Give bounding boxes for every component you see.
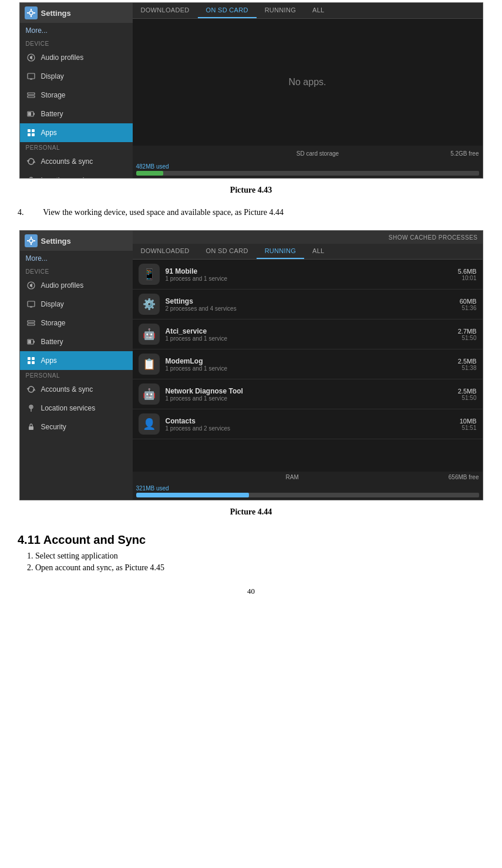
sidebar-item-apps-2[interactable]: Apps [20, 351, 133, 370]
sidebar-item-location-2[interactable]: Location services [20, 399, 133, 418]
main-content-2: SHOW CACHED PROCESSES DOWNLOADED ON SD C… [133, 231, 483, 500]
display-icon [26, 71, 36, 82]
svg-rect-39 [29, 426, 33, 430]
running-item[interactable]: 🤖 Atci_service 1 process and 1 service 2… [133, 319, 483, 349]
running-item-stats: 2.7MB 51:50 [458, 328, 477, 341]
caption-1: Picture 4.43 [0, 181, 502, 203]
svg-point-0 [29, 11, 33, 15]
sidebar-label-apps: Apps [41, 129, 57, 137]
location-icon-2 [26, 403, 36, 413]
svg-rect-1 [31, 9, 32, 11]
running-item-sub: 1 process and 2 services [166, 425, 454, 432]
svg-rect-8 [28, 93, 35, 95]
running-item-icon: 📱 [139, 264, 160, 285]
tab-downloaded-2[interactable]: DOWNLOADED [133, 244, 198, 259]
sidebar-more-2[interactable]: More... [20, 251, 133, 266]
tab-all-2[interactable]: ALL [304, 244, 332, 259]
running-item-info: Contacts 1 process and 2 services [166, 417, 454, 432]
svg-point-17 [29, 177, 33, 179]
list-item-2: Open account and sync, as Picture 4.45 [35, 563, 484, 573]
sidebar-item-battery[interactable]: Battery [20, 105, 133, 123]
step-number-4: 4. [18, 208, 41, 217]
storage-used-1: 482MB used [136, 163, 169, 170]
tab-onsdcard-1[interactable]: ON SD CARD [198, 3, 257, 18]
running-item-size: 2.5MB [458, 388, 477, 395]
sidebar-item-accounts[interactable]: Accounts & sync [20, 152, 133, 171]
sidebar-more-1[interactable]: More... [20, 23, 133, 38]
instruction-text-4: View the working device, used space and … [43, 208, 284, 217]
sidebar-item-audio-2[interactable]: Audio profiles [20, 276, 133, 295]
svg-rect-24 [33, 240, 35, 241]
sidebar-item-apps[interactable]: Apps [20, 123, 133, 142]
battery-icon [26, 109, 36, 119]
svg-rect-2 [31, 15, 32, 17]
running-item-icon: ⚙️ [139, 294, 160, 315]
running-item-icon: 🤖 [139, 383, 160, 405]
storage-bar-inner-2 [136, 493, 250, 497]
running-item-name: Contacts [166, 417, 454, 425]
running-item-info: 91 Mobile 1 process and 1 service [166, 267, 452, 282]
sidebar-item-battery-2[interactable]: Battery [20, 332, 133, 351]
device-section-1: DEVICE [20, 38, 133, 48]
sidebar-label-display: Display [41, 72, 64, 80]
svg-rect-34 [32, 357, 35, 360]
page-number: 40 [0, 578, 502, 600]
device-section-2: DEVICE [20, 266, 133, 276]
sidebar-header-2: Settings [20, 231, 133, 251]
running-item-name: Settings [166, 297, 454, 305]
running-item-icon: 📋 [139, 354, 160, 375]
running-item[interactable]: 📋 ModemLog 1 process and 1 service 2.5MB… [133, 349, 483, 379]
list-item-1: Select setting application [35, 551, 484, 561]
tab-running-1[interactable]: RUNNING [257, 3, 304, 18]
storage-free-2: 656MB free [449, 474, 479, 480]
sidebar-item-storage-2[interactable]: Storage [20, 314, 133, 332]
svg-rect-23 [27, 240, 29, 241]
sidebar-item-audio[interactable]: Audio profiles [20, 48, 133, 67]
running-item[interactable]: 👤 Contacts 1 process and 2 services 10MB… [133, 409, 483, 439]
running-item-time: 51:50 [458, 335, 477, 341]
sidebar-label-audio: Audio profiles [41, 53, 84, 62]
sidebar-label-location-2: Location services [41, 404, 96, 412]
running-item-size: 5.6MB [458, 268, 477, 275]
running-item-time: 51:38 [458, 365, 477, 371]
running-item-time: 51:51 [460, 425, 477, 431]
tab-onsdcard-2[interactable]: ON SD CARD [198, 244, 257, 259]
tab-downloaded-1[interactable]: DOWNLOADED [133, 3, 198, 18]
sync-icon [26, 156, 36, 167]
storage-bar-inner-1 [136, 171, 164, 176]
no-apps-text: No apps. [288, 77, 326, 88]
audio-icon-2 [26, 280, 36, 291]
running-item[interactable]: 📱 91 Mobile 1 process and 1 service 5.6M… [133, 260, 483, 290]
sidebar-label-battery: Battery [41, 110, 63, 118]
running-item[interactable]: 🤖 Network Diagnose Tool 1 process and 1 … [133, 379, 483, 409]
svg-rect-15 [28, 133, 31, 136]
sidebar-item-display-2[interactable]: Display [20, 295, 133, 314]
sidebar-title-1: Settings [41, 9, 71, 18]
sidebar-item-accounts-2[interactable]: Accounts & sync [20, 380, 133, 399]
svg-rect-14 [32, 129, 35, 132]
running-item-info: ModemLog 1 process and 1 service [166, 357, 452, 372]
storage-icon [26, 90, 36, 100]
tabs-row-1: DOWNLOADED ON SD CARD RUNNING ALL [133, 3, 483, 19]
running-item-name: 91 Mobile [166, 267, 452, 275]
sidebar-item-storage[interactable]: Storage [20, 86, 133, 105]
svg-rect-21 [31, 237, 32, 238]
sidebar-item-security-2[interactable]: Security [20, 418, 133, 436]
sidebar-label-accounts-2: Accounts & sync [41, 385, 93, 393]
sidebar-item-display[interactable]: Display [20, 67, 133, 86]
storage-icon-2 [26, 318, 36, 328]
sidebar-2: Settings More... DEVICE Audio profiles D… [20, 231, 133, 500]
steps-list: Select setting application Open account … [0, 551, 502, 578]
running-item[interactable]: ⚙️ Settings 2 processes and 4 services 6… [133, 290, 483, 319]
section-title: 4.11 Account and Sync [0, 525, 502, 551]
storage-bar-outer-2 [136, 493, 479, 497]
settings-icon [25, 6, 38, 19]
sidebar-label-storage: Storage [41, 91, 66, 99]
running-item-name: Atci_service [166, 327, 452, 335]
sidebar-item-location[interactable]: Location services [20, 171, 133, 179]
tab-running-2[interactable]: RUNNING [257, 244, 304, 259]
running-item-stats: 2.5MB 51:50 [458, 388, 477, 401]
svg-rect-12 [28, 112, 31, 116]
tab-all-1[interactable]: ALL [304, 3, 332, 18]
storage-bar-2: RAM 656MB free 321MB used [133, 472, 483, 500]
